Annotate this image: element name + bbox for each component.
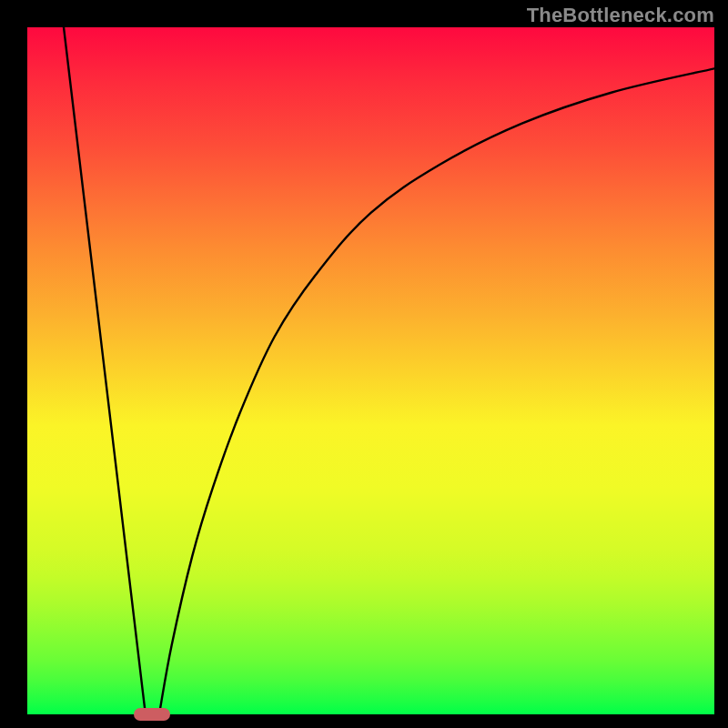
chart-svg: [27, 27, 714, 714]
watermark-text: TheBottleneck.com: [527, 4, 714, 27]
chart-plot-area: [27, 27, 714, 714]
bottleneck-marker: [134, 708, 170, 721]
curve-left-branch: [64, 27, 146, 714]
curve-right-branch: [159, 68, 714, 714]
